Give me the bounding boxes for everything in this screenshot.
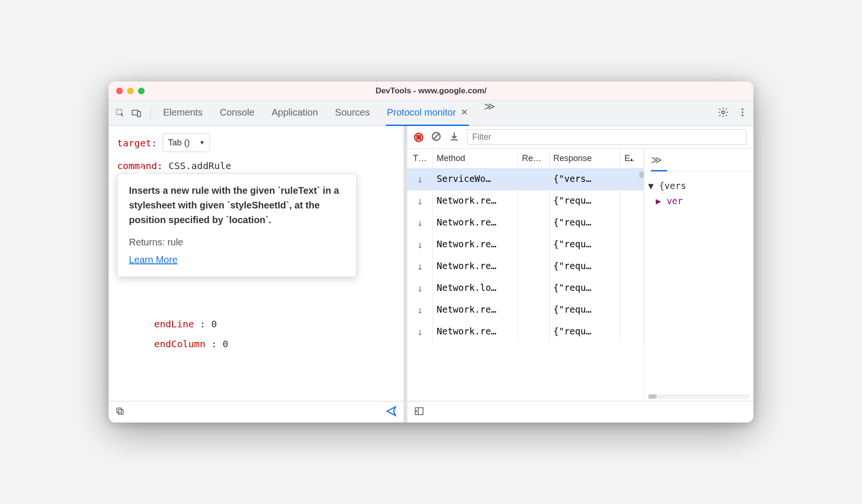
command-editor[interactable]: target: Tab () ▼ command: CSS.addRule In…: [109, 126, 403, 401]
kebab-menu-icon[interactable]: [737, 107, 748, 119]
table-row[interactable]: ↓Network.re…{"requ…: [407, 234, 644, 256]
detail-tree[interactable]: ▼ {vers ▶ ver: [644, 171, 753, 401]
type-cell: ↓: [407, 169, 433, 190]
table-row[interactable]: ↓Network.re…{"requ…: [407, 299, 644, 321]
command-params: endLine : 0 endColumn : 0: [154, 316, 395, 352]
response-cell: {"requ…: [550, 190, 621, 212]
svg-point-4: [742, 108, 743, 110]
svg-rect-2: [138, 111, 140, 117]
tooltip-description: Inserts a new rule with the given `ruleT…: [129, 183, 345, 227]
toolbar-divider: [150, 107, 151, 120]
svg-rect-8: [117, 408, 121, 413]
tab-protocol-monitor[interactable]: Protocol monitor ✕: [386, 100, 469, 126]
table-scrollbar[interactable]: [639, 171, 644, 178]
inspect-element-icon[interactable]: [114, 107, 127, 119]
clear-icon[interactable]: [431, 131, 441, 144]
tree-row[interactable]: ▼ {vers: [648, 178, 750, 193]
param-row: endLine : 0: [154, 316, 395, 332]
tab-console[interactable]: Console: [219, 100, 255, 126]
request-cell: [518, 321, 550, 342]
type-cell: ↓: [407, 212, 433, 234]
target-line: target: Tab () ▼: [117, 135, 395, 153]
detail-scrollbar[interactable]: [648, 394, 750, 399]
col-elapsed[interactable]: E▴.: [621, 149, 643, 168]
detail-panel: ≫ ▼ {vers ▶ ver: [644, 149, 753, 401]
command-label: command: [117, 160, 157, 171]
learn-more-link[interactable]: Learn More: [129, 252, 177, 267]
filter-input[interactable]: [467, 129, 747, 145]
method-cell: Network.re…: [433, 234, 518, 255]
tooltip-returns: Returns: rule: [129, 235, 345, 250]
target-label: target: [117, 137, 151, 149]
response-cell: {"requ…: [550, 278, 621, 299]
record-button[interactable]: [414, 133, 423, 142]
tab-application[interactable]: Application: [271, 100, 319, 126]
response-cell: {"requ…: [550, 299, 621, 321]
main-toolbar: Elements Console Application Sources Pro…: [109, 100, 753, 126]
more-tabs-icon[interactable]: ≫: [484, 100, 495, 126]
request-cell: [518, 234, 550, 255]
settings-icon[interactable]: [717, 107, 729, 120]
target-select[interactable]: Tab () ▼: [163, 134, 210, 152]
svg-line-10: [433, 133, 440, 139]
response-cell: {"vers…: [550, 169, 621, 190]
target-select-value: Tab (): [168, 135, 190, 150]
type-cell: ↓: [407, 299, 433, 321]
tab-sources[interactable]: Sources: [334, 100, 371, 126]
device-toggle-icon[interactable]: [130, 107, 143, 119]
tree-row[interactable]: ▶ ver: [656, 193, 750, 208]
command-value: CSS.addRule: [168, 160, 231, 171]
copy-icon[interactable]: [115, 406, 125, 418]
response-cell: {"requ…: [550, 212, 621, 234]
table-row[interactable]: ↓Network.re…{"requ…: [407, 190, 644, 212]
log-table: T… Method Re… Response E▴. ↓ServiceWo…{"…: [407, 149, 644, 401]
toolbar-right: [717, 107, 748, 120]
svg-point-6: [742, 114, 743, 116]
tab-elements[interactable]: Elements: [162, 100, 203, 126]
method-cell: Network.re…: [433, 212, 518, 234]
download-icon[interactable]: [449, 131, 459, 144]
titlebar: DevTools - www.google.com/: [109, 81, 753, 100]
method-cell: Network.lo…: [433, 278, 518, 299]
request-cell: [518, 278, 550, 299]
type-cell: ↓: [407, 234, 433, 255]
detail-tabs: ≫: [644, 149, 753, 171]
type-cell: ↓: [407, 321, 433, 342]
close-tab-icon[interactable]: ✕: [461, 107, 468, 117]
command-tooltip: Inserts a new rule with the given `ruleT…: [117, 173, 357, 277]
type-cell: ↓: [407, 190, 433, 212]
response-cell: {"requ…: [550, 234, 621, 255]
elapsed-cell: [621, 234, 643, 255]
col-response[interactable]: Response: [550, 149, 621, 168]
log-footer: [407, 401, 753, 423]
table-row[interactable]: ↓Network.re…{"requ…: [407, 256, 644, 278]
editor-footer: [109, 401, 403, 423]
elapsed-cell: [621, 190, 643, 212]
command-editor-panel: target: Tab () ▼ command: CSS.addRule In…: [109, 126, 407, 423]
devtools-window: DevTools - www.google.com/ Elements Cons…: [109, 81, 753, 423]
col-type[interactable]: T…: [407, 149, 433, 168]
table-row[interactable]: ↓ServiceWo…{"vers…: [407, 169, 644, 190]
table-row[interactable]: ↓Network.re…{"requ…: [407, 321, 644, 343]
response-cell: {"requ…: [550, 321, 621, 342]
send-command-button[interactable]: [385, 405, 397, 419]
elapsed-cell: [621, 321, 643, 342]
table-row[interactable]: ↓Network.re…{"requ…: [407, 212, 644, 234]
type-cell: ↓: [407, 278, 433, 299]
log-toolbar: [407, 126, 753, 149]
response-cell: {"requ…: [550, 256, 621, 277]
method-cell: Network.re…: [433, 299, 518, 321]
request-cell: [518, 256, 550, 277]
method-cell: Network.re…: [433, 190, 518, 212]
protocol-log-panel: T… Method Re… Response E▴. ↓ServiceWo…{"…: [407, 126, 753, 423]
table-row[interactable]: ↓Network.lo…{"requ…: [407, 278, 644, 299]
svg-point-3: [722, 111, 724, 114]
col-method[interactable]: Method: [433, 149, 518, 168]
more-detail-tabs-icon[interactable]: ≫: [651, 154, 662, 166]
main-body: target: Tab () ▼ command: CSS.addRule In…: [109, 126, 753, 423]
request-cell: [518, 212, 550, 234]
col-request[interactable]: Re…: [518, 149, 550, 168]
elapsed-cell: [621, 256, 643, 277]
type-cell: ↓: [407, 256, 433, 277]
toggle-sidebar-icon[interactable]: [414, 406, 424, 418]
